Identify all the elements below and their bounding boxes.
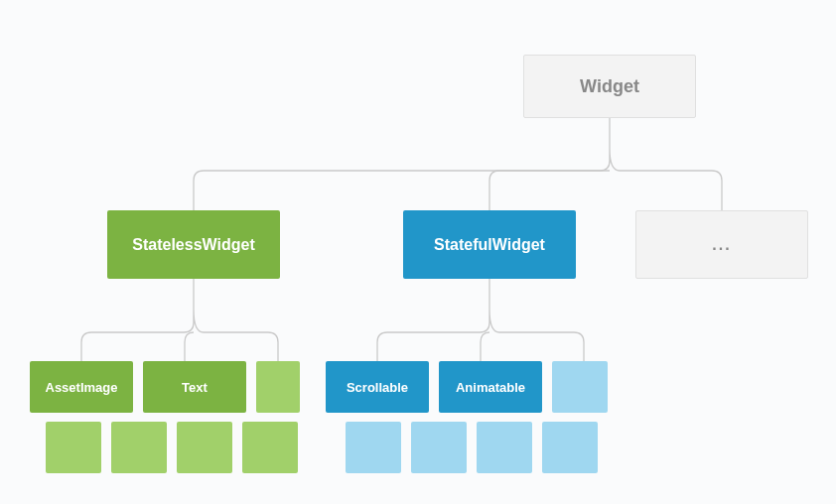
animatable-label: Animatable xyxy=(456,380,525,395)
text-label: Text xyxy=(182,380,208,395)
stateless-blank-leaf xyxy=(256,361,300,413)
stateless-widget-node: StatelessWidget xyxy=(107,210,280,279)
stateless-blank-4 xyxy=(242,422,298,473)
widget-root-label: Widget xyxy=(580,76,639,97)
stateless-blank-3 xyxy=(177,422,232,473)
stateless-blank-1 xyxy=(46,422,101,473)
stateful-blank-2 xyxy=(411,422,467,473)
more-widgets-label: ... xyxy=(712,236,731,254)
stateful-widget-label: StatefulWidget xyxy=(434,236,545,254)
stateful-widget-node: StatefulWidget xyxy=(403,210,576,279)
stateful-blank-4 xyxy=(542,422,598,473)
scrollable-label: Scrollable xyxy=(347,380,408,395)
animatable-node: Animatable xyxy=(439,361,542,413)
text-node: Text xyxy=(143,361,246,413)
widget-root-node: Widget xyxy=(523,55,696,118)
asset-image-node: AssetImage xyxy=(30,361,133,413)
scrollable-node: Scrollable xyxy=(326,361,429,413)
stateless-widget-label: StatelessWidget xyxy=(132,236,254,254)
stateful-blank-3 xyxy=(477,422,532,473)
more-widgets-node: ... xyxy=(635,210,808,279)
stateful-blank-leaf xyxy=(552,361,608,413)
stateless-blank-2 xyxy=(111,422,167,473)
stateful-blank-1 xyxy=(346,422,401,473)
asset-image-label: AssetImage xyxy=(46,380,118,395)
